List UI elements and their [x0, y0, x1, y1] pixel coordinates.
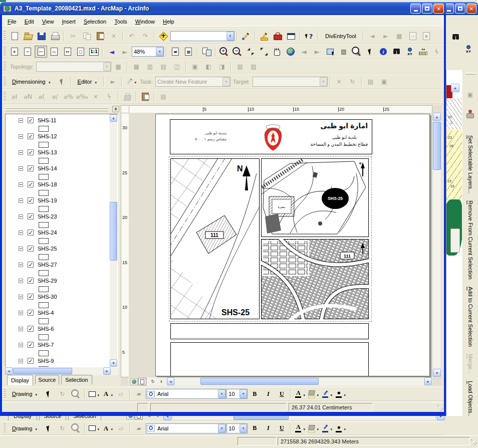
map-page[interactable]: امارة ابو ظبى بلدية ابو ظبى قطاع تخطيط ا… [155, 114, 430, 376]
layout-view-button[interactable] [138, 378, 146, 385]
text-tool-dropdown-arrow-icon[interactable] [110, 390, 113, 398]
polygon-symbol[interactable] [39, 222, 49, 228]
close-button[interactable]: × [433, 4, 444, 14]
font-size-combo[interactable]: 10▼ [226, 423, 248, 433]
go-to-xy-button[interactable] [403, 46, 416, 58]
line-color-button[interactable] [320, 422, 333, 434]
clear-selection-button[interactable] [337, 46, 350, 58]
menu-window[interactable]: Window [132, 17, 158, 26]
detail-map-frame[interactable]: 111 N SHS-25 [170, 158, 260, 319]
collapse-icon[interactable] [19, 134, 23, 139]
toolbar-grip[interactable] [4, 47, 6, 57]
diventrytool-button[interactable]: DivEntryTool [321, 31, 361, 42]
layer-checkbox[interactable]: ✓ [28, 213, 34, 219]
toolbar-grip[interactable] [4, 389, 6, 399]
polygon-symbol[interactable] [39, 334, 49, 340]
polygon-symbol[interactable] [39, 142, 49, 148]
collapse-icon[interactable] [19, 214, 23, 219]
editor-toolbar-button[interactable] [258, 30, 271, 42]
tab-display[interactable]: Display [7, 375, 33, 385]
vmenu-remove-from-current-selection[interactable]: Remove From Current Selection [467, 200, 473, 280]
layer-checkbox[interactable]: ✓ [28, 342, 34, 348]
toolbar-grip[interactable] [4, 77, 6, 87]
font-combo-arrow-icon[interactable]: ▼ [218, 389, 225, 398]
collapse-icon[interactable] [19, 247, 23, 251]
tab-source[interactable]: Source [35, 375, 59, 384]
one-one-button[interactable] [88, 46, 100, 58]
collapse-icon[interactable] [19, 295, 23, 299]
menu-file[interactable]: File [4, 17, 20, 26]
back-close-button[interactable]: × [466, 4, 476, 14]
data-view-button[interactable] [130, 378, 138, 385]
layer-checkbox[interactable]: ✓ [28, 149, 34, 155]
marker-color-button[interactable] [334, 422, 347, 434]
focus-frame-button[interactable] [182, 46, 195, 58]
back-scroll-up-button[interactable]: ▲ [451, 84, 459, 92]
fixed-zoom-in-button[interactable] [245, 46, 257, 58]
italic-button[interactable]: I [262, 422, 275, 434]
line-color-dropdown-arrow-icon[interactable] [330, 424, 333, 432]
menu-edit[interactable]: Edit [21, 17, 38, 26]
paste-button[interactable] [94, 30, 107, 42]
page-zoom-in-button[interactable] [8, 46, 21, 58]
toolbar-grip[interactable] [4, 423, 6, 433]
toolbox-button[interactable] [271, 30, 284, 42]
underline-button[interactable]: U [275, 388, 288, 400]
polygon-symbol[interactable] [39, 174, 49, 180]
layer-name[interactable]: SHS-18 [38, 181, 57, 187]
find-button[interactable] [390, 46, 403, 58]
vertical-toolbar-grip[interactable] [465, 73, 475, 75]
scale-combo-arrow-icon[interactable]: ▼ [226, 32, 234, 41]
help-button[interactable] [303, 30, 316, 42]
layer-name[interactable]: SHS-13 [38, 149, 57, 155]
back-scroll-thumb[interactable] [450, 229, 460, 253]
back-resize-grip[interactable] [470, 439, 477, 445]
refresh-view-button[interactable]: ↻ [149, 378, 157, 385]
layer-checkbox[interactable]: ✓ [28, 246, 34, 252]
menu-view[interactable]: View [39, 17, 58, 26]
font-size-combo-arrow-icon[interactable]: ▼ [240, 424, 247, 433]
layer-checkbox[interactable]: ✓ [28, 294, 34, 300]
marker-color-dropdown-arrow-icon[interactable] [343, 424, 346, 432]
rect-tool-button[interactable] [87, 422, 100, 434]
toolbar-grip[interactable] [4, 92, 6, 102]
fill-color-button[interactable] [307, 388, 320, 400]
toolbar-grip[interactable] [4, 62, 6, 72]
layer-name[interactable]: SHS-11 [38, 117, 57, 123]
toc-close-button[interactable]: x [112, 106, 119, 112]
text-tool-button[interactable] [101, 422, 114, 434]
font-color-button[interactable] [293, 388, 306, 400]
zoom-whole-button[interactable] [48, 46, 60, 58]
bold-button[interactable]: B [248, 388, 261, 400]
collapse-icon[interactable] [19, 343, 23, 347]
select-elements2-button[interactable] [42, 422, 55, 434]
back-find-button[interactable] [449, 31, 462, 43]
window-titlebar[interactable]: A3_Template_20080421.mxd - ArcMap - ArcI… [0, 2, 446, 15]
font-size-combo[interactable]: 10▼ [226, 389, 248, 399]
font-color-dropdown-arrow-icon[interactable] [303, 424, 306, 432]
fill-color-button[interactable] [307, 422, 320, 434]
extent-back-button[interactable] [105, 46, 118, 58]
polygon-symbol[interactable] [39, 206, 49, 212]
font-combo-arrow-icon[interactable]: ▼ [218, 424, 225, 433]
polygon-symbol[interactable] [39, 238, 49, 244]
title-block[interactable]: امارة ابو ظبى بلدية ابو ظبى قطاع تخطيط ا… [170, 119, 372, 154]
vmenu-load-objects[interactable]: Load Objects... [467, 381, 473, 418]
layer-name[interactable]: SHS-12 [38, 133, 57, 139]
bold-button[interactable]: B [248, 422, 261, 434]
layer-checkbox[interactable]: ✓ [28, 181, 34, 187]
editor-menu-button[interactable]: Editor [74, 76, 102, 87]
polygon-symbol[interactable] [39, 270, 49, 276]
polygon-symbol[interactable] [39, 302, 49, 308]
toc-header[interactable]: x [4, 105, 119, 113]
map-scroll-up-button[interactable]: ▲ [433, 113, 441, 121]
sketch-tool-dropdown-arrow-icon[interactable] [134, 78, 137, 85]
line-color-button[interactable] [320, 388, 333, 400]
layer-name[interactable]: SHS-9 [38, 358, 54, 364]
font-color-button[interactable] [293, 422, 306, 434]
layer-name[interactable]: SHS-7 [38, 342, 54, 348]
marker-color-dropdown-arrow-icon[interactable] [343, 390, 346, 398]
back-maximize-button[interactable] [455, 4, 465, 14]
underline-button[interactable]: U [275, 422, 288, 434]
map-scroll-thumb[interactable] [433, 122, 441, 170]
